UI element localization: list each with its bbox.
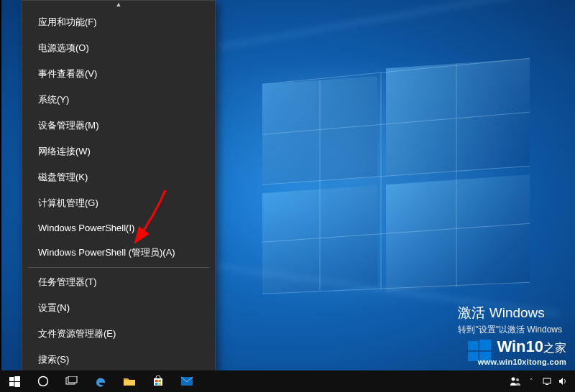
taskbar-mail[interactable] xyxy=(172,370,201,392)
cortana-icon xyxy=(37,375,49,387)
svg-rect-33 xyxy=(546,384,548,385)
cortana-button[interactable] xyxy=(29,370,58,392)
menu-task-manager[interactable]: 任务管理器(T) xyxy=(22,269,215,295)
svg-line-7 xyxy=(262,223,530,242)
desktop: ▲ 应用和功能(F) 电源选项(O) 事件查看器(V) 系统(Y) 设备管理器(… xyxy=(0,0,575,392)
svg-rect-18 xyxy=(9,382,14,386)
network-icon xyxy=(542,376,552,386)
svg-rect-16 xyxy=(9,377,14,381)
svg-rect-24 xyxy=(154,378,162,386)
svg-rect-19 xyxy=(14,382,20,387)
store-icon xyxy=(152,375,164,387)
folder-icon xyxy=(123,376,136,386)
svg-rect-13 xyxy=(479,340,491,350)
windows-icon xyxy=(9,376,20,387)
menu-body: 应用和功能(F) 电源选项(O) 事件查看器(V) 系统(Y) 设备管理器(M)… xyxy=(22,8,215,374)
menu-scroll-up[interactable]: ▲ xyxy=(22,1,215,8)
light-ray xyxy=(218,0,558,50)
task-view-icon xyxy=(65,376,78,386)
tray-network[interactable] xyxy=(539,370,555,392)
site-watermark: Win10之家 www.win10xitong.com xyxy=(466,337,566,365)
left-border xyxy=(0,0,1,373)
svg-rect-27 xyxy=(155,383,158,385)
svg-rect-28 xyxy=(159,383,162,385)
menu-computer-mgmt[interactable]: 计算机管理(G) xyxy=(22,190,215,216)
svg-rect-1 xyxy=(386,58,530,176)
svg-point-31 xyxy=(516,378,519,381)
menu-apps-features[interactable]: 应用和功能(F) xyxy=(22,9,215,35)
menu-powershell-admin[interactable]: Windows PowerShell (管理员)(A) xyxy=(22,240,215,266)
menu-settings[interactable]: 设置(N) xyxy=(22,295,215,321)
activation-watermark: 激活 Windows 转到"设置"以激活 Windows xyxy=(458,303,562,337)
svg-rect-17 xyxy=(14,376,20,381)
svg-point-30 xyxy=(512,378,515,381)
svg-line-6 xyxy=(262,166,530,185)
taskbar-store[interactable] xyxy=(144,370,172,392)
svg-point-20 xyxy=(39,377,48,386)
svg-line-5 xyxy=(262,112,530,134)
wallpaper-windows-logo xyxy=(234,43,568,330)
activation-title: 激活 Windows xyxy=(458,303,562,324)
svg-rect-25 xyxy=(155,380,158,382)
svg-line-4 xyxy=(262,58,530,84)
svg-rect-12 xyxy=(468,341,478,350)
activation-subtitle: 转到"设置"以激活 Windows xyxy=(458,323,562,336)
mail-icon xyxy=(180,376,193,386)
menu-system[interactable]: 系统(Y) xyxy=(22,87,215,113)
tray-overflow[interactable]: ˄ xyxy=(523,370,539,392)
svg-rect-3 xyxy=(386,174,530,292)
menu-disk-mgmt[interactable]: 磁盘管理(K) xyxy=(22,164,215,190)
menu-device-manager[interactable]: 设备管理器(M) xyxy=(22,113,215,139)
edge-icon xyxy=(94,375,107,388)
wallpaper-glow xyxy=(216,72,575,302)
svg-rect-32 xyxy=(543,378,551,383)
menu-network[interactable]: 网络连接(W) xyxy=(22,139,215,164)
taskbar-edge[interactable] xyxy=(86,370,115,392)
task-view-button[interactable] xyxy=(58,370,86,392)
menu-power-options[interactable]: 电源选项(O) xyxy=(22,35,215,61)
watermark-url: www.win10xitong.com xyxy=(478,358,566,366)
menu-powershell[interactable]: Windows PowerShell(I) xyxy=(22,216,215,240)
menu-search[interactable]: 搜索(S) xyxy=(22,347,215,373)
people-button[interactable] xyxy=(507,370,523,392)
watermark-text-sub: 之家 xyxy=(543,342,566,354)
start-button[interactable] xyxy=(0,370,29,392)
tray-volume[interactable] xyxy=(555,370,571,392)
menu-separator xyxy=(28,267,209,268)
svg-rect-14 xyxy=(468,352,478,361)
watermark-text-main: Win10 xyxy=(497,337,543,355)
taskbar: ˄ xyxy=(0,370,575,392)
svg-rect-26 xyxy=(159,380,162,382)
svg-rect-23 xyxy=(124,378,128,380)
volume-icon xyxy=(558,376,568,386)
menu-event-viewer[interactable]: 事件查看器(V) xyxy=(22,61,215,87)
svg-rect-0 xyxy=(262,76,377,185)
menu-file-explorer[interactable]: 文件资源管理器(E) xyxy=(22,321,215,347)
svg-rect-22 xyxy=(68,376,77,383)
system-tray: ˄ xyxy=(507,370,575,392)
winx-context-menu: ▲ 应用和功能(F) 电源选项(O) 事件查看器(V) 系统(Y) 设备管理器(… xyxy=(22,0,216,373)
people-icon xyxy=(509,376,522,386)
taskbar-explorer[interactable] xyxy=(115,370,144,392)
